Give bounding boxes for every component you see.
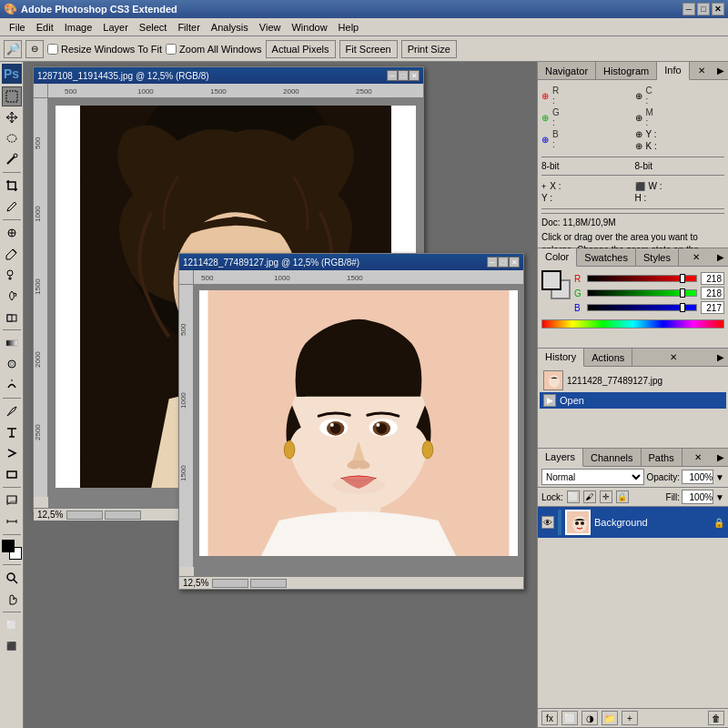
layer-adjustment-button[interactable]: ◑ bbox=[581, 711, 598, 725]
menu-help[interactable]: Help bbox=[333, 20, 365, 35]
fg-bg-colors[interactable] bbox=[2, 540, 22, 560]
g-color-value[interactable]: 218 bbox=[701, 287, 724, 299]
blend-mode-select[interactable]: Normal bbox=[541, 469, 644, 485]
tool-dodge[interactable] bbox=[2, 375, 22, 395]
zoom-out-button[interactable]: ⊖ bbox=[25, 40, 44, 58]
zoom-in-button[interactable]: 🔎 bbox=[4, 40, 22, 58]
doc2-close[interactable]: ✕ bbox=[509, 257, 520, 268]
zoom-all-windows-option[interactable]: Zoom All Windows bbox=[166, 44, 261, 55]
color-fg-swatch[interactable] bbox=[541, 270, 561, 290]
lock-image[interactable]: 🖌 bbox=[583, 490, 596, 503]
doc2-maximize[interactable]: □ bbox=[498, 257, 509, 268]
tool-blur[interactable] bbox=[2, 354, 22, 374]
tab-history[interactable]: History bbox=[538, 349, 584, 367]
tool-magic-wand[interactable] bbox=[2, 149, 22, 169]
tool-eyedropper[interactable] bbox=[2, 197, 22, 217]
tab-histogram[interactable]: Histogram bbox=[596, 62, 657, 80]
layer-item-background[interactable]: 👁 Background 🔒 bbox=[538, 507, 728, 538]
minimize-button[interactable]: ─ bbox=[682, 3, 695, 15]
menu-select[interactable]: Select bbox=[134, 20, 173, 35]
layer-fx-button[interactable]: fx bbox=[541, 711, 558, 725]
tool-notes[interactable] bbox=[2, 490, 22, 511]
tab-actions[interactable]: Actions bbox=[584, 349, 632, 367]
menu-image[interactable]: Image bbox=[59, 20, 98, 35]
lock-all[interactable]: 🔒 bbox=[616, 490, 629, 503]
actual-pixels-button[interactable]: Actual Pixels bbox=[266, 40, 336, 58]
tool-zoom[interactable] bbox=[2, 568, 22, 588]
tab-color[interactable]: Color bbox=[538, 248, 577, 267]
tool-history-brush[interactable] bbox=[2, 286, 22, 306]
tab-layers[interactable]: Layers bbox=[538, 449, 583, 467]
layer-mask-button[interactable]: ⬜ bbox=[561, 711, 578, 725]
layers-panel-close[interactable]: ✕ bbox=[691, 452, 705, 462]
tab-swatches[interactable]: Swatches bbox=[577, 248, 636, 267]
info-panel-close[interactable]: ✕ bbox=[694, 66, 709, 76]
b-slider-thumb[interactable] bbox=[680, 303, 685, 312]
tab-channels[interactable]: Channels bbox=[583, 449, 641, 467]
resize-windows-option[interactable]: Resize Windows To Fit bbox=[47, 44, 162, 55]
r-color-value[interactable]: 218 bbox=[701, 272, 724, 285]
layers-panel-menu[interactable]: ▶ bbox=[713, 452, 728, 462]
zoom-all-checkbox[interactable] bbox=[166, 44, 177, 55]
lock-position[interactable]: ✛ bbox=[600, 490, 612, 503]
menu-edit[interactable]: Edit bbox=[31, 20, 59, 35]
r-slider-thumb[interactable] bbox=[680, 274, 685, 283]
menu-file[interactable]: File bbox=[4, 20, 31, 35]
fill-arrow[interactable]: ▼ bbox=[715, 492, 724, 502]
history-item-1[interactable]: 1211428_77489127.jpg bbox=[540, 369, 726, 392]
menu-view[interactable]: View bbox=[254, 20, 287, 35]
color-panel-close[interactable]: ✕ bbox=[689, 252, 703, 262]
tool-gradient[interactable] bbox=[2, 333, 22, 353]
tool-clone-stamp[interactable] bbox=[2, 265, 22, 285]
color-swatches[interactable] bbox=[541, 270, 571, 299]
tool-spot-heal[interactable] bbox=[2, 223, 22, 243]
tool-move[interactable] bbox=[2, 107, 22, 127]
b-color-value[interactable]: 217 bbox=[701, 301, 724, 314]
close-button[interactable]: ✕ bbox=[712, 3, 724, 15]
tab-navigator[interactable]: Navigator bbox=[538, 62, 596, 80]
doc2-minimize[interactable]: ─ bbox=[487, 257, 498, 268]
tool-eraser[interactable] bbox=[2, 307, 22, 327]
tool-lasso[interactable] bbox=[2, 128, 22, 148]
opacity-arrow[interactable]: ▼ bbox=[715, 472, 724, 482]
r-slider-track[interactable] bbox=[587, 275, 697, 282]
tool-screen-mode[interactable]: ⬜ bbox=[2, 615, 22, 635]
canvas-content-2[interactable] bbox=[194, 285, 523, 576]
menu-window[interactable]: Window bbox=[286, 20, 332, 35]
fill-input[interactable] bbox=[682, 490, 713, 504]
layer-new-button[interactable]: + bbox=[622, 711, 638, 725]
g-slider-thumb[interactable] bbox=[680, 288, 685, 298]
g-slider-track[interactable] bbox=[587, 289, 697, 297]
history-panel-menu[interactable]: ▶ bbox=[713, 352, 728, 362]
tool-hand[interactable] bbox=[2, 589, 22, 609]
color-spectrum-bar[interactable] bbox=[541, 319, 724, 329]
tab-styles[interactable]: Styles bbox=[636, 248, 679, 267]
doc1-maximize[interactable]: □ bbox=[398, 70, 409, 81]
doc1-minimize[interactable]: ─ bbox=[387, 70, 398, 81]
info-panel-menu[interactable]: ▶ bbox=[713, 66, 728, 76]
fit-screen-button[interactable]: Fit Screen bbox=[339, 40, 398, 58]
history-item-2[interactable]: ▶ Open bbox=[540, 392, 726, 409]
resize-windows-checkbox[interactable] bbox=[47, 44, 58, 55]
tool-brush[interactable] bbox=[2, 244, 22, 264]
tool-marquee[interactable] bbox=[2, 86, 22, 106]
history-panel-close[interactable]: ✕ bbox=[666, 352, 681, 362]
tool-quickmask[interactable]: ⬛ bbox=[2, 636, 22, 656]
b-slider-track[interactable] bbox=[587, 304, 697, 311]
tool-type[interactable] bbox=[2, 422, 22, 442]
tool-crop[interactable] bbox=[2, 176, 22, 196]
layer-delete-button[interactable]: 🗑 bbox=[708, 711, 724, 725]
opacity-input[interactable] bbox=[682, 470, 713, 484]
menu-layer[interactable]: Layer bbox=[97, 20, 134, 35]
layer-visibility-eye[interactable]: 👁 bbox=[541, 516, 554, 529]
menu-filter[interactable]: Filter bbox=[172, 20, 205, 35]
doc1-close[interactable]: ✕ bbox=[409, 70, 420, 81]
tool-pen[interactable] bbox=[2, 401, 22, 421]
tool-shape[interactable] bbox=[2, 464, 22, 484]
layer-group-button[interactable]: 📁 bbox=[602, 711, 618, 725]
maximize-button[interactable]: □ bbox=[697, 3, 710, 15]
tab-info[interactable]: Info bbox=[657, 62, 689, 80]
tab-paths[interactable]: Paths bbox=[642, 449, 682, 467]
foreground-color[interactable] bbox=[2, 540, 15, 552]
menu-analysis[interactable]: Analysis bbox=[206, 20, 254, 35]
